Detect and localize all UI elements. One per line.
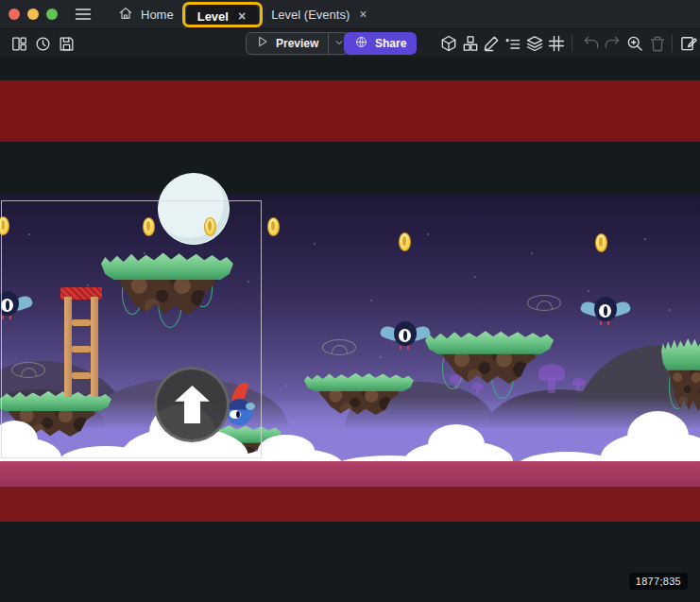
coin[interactable]: [399, 232, 411, 251]
bat-pupil: [604, 306, 607, 316]
player-fin: [246, 403, 255, 410]
mushroom[interactable]: [472, 383, 483, 389]
ladder[interactable]: [60, 287, 102, 397]
objects-cube-icon[interactable]: [437, 32, 460, 55]
fullscreen-window-button[interactable]: [46, 9, 58, 20]
bat-claw: [600, 321, 602, 325]
bat-enemy[interactable]: [0, 291, 32, 323]
scene-canvas[interactable]: 1877;835: [0, 57, 700, 602]
ladder-rung: [72, 372, 91, 379]
bat-claw: [400, 346, 401, 350]
traffic-lights: [9, 9, 58, 20]
share-button[interactable]: Share: [344, 32, 417, 55]
ladder-post: [64, 297, 72, 397]
undo-icon[interactable]: [580, 32, 603, 55]
share-label: Share: [375, 37, 406, 50]
layers-icon[interactable]: [523, 32, 546, 55]
bat-enemy[interactable]: [581, 297, 630, 329]
player-pupil: [236, 411, 240, 418]
trash-icon[interactable]: [646, 32, 669, 55]
zoom-in-icon[interactable]: [623, 32, 646, 55]
tab-level-label: Level: [197, 9, 229, 24]
history-icon[interactable]: [31, 32, 54, 55]
bat-pupil: [403, 331, 407, 340]
coin[interactable]: [143, 217, 155, 236]
play-icon: [256, 35, 269, 52]
eye-outline-object[interactable]: [527, 295, 561, 311]
home-icon: [118, 6, 133, 24]
instances-list-icon[interactable]: [502, 32, 524, 55]
coin[interactable]: [267, 217, 280, 236]
bat-enemy[interactable]: [381, 321, 430, 353]
preview-button[interactable]: Preview: [247, 33, 328, 54]
titlebar: Home Level × Level (Events) ×: [0, 0, 700, 28]
floating-island[interactable]: [101, 250, 233, 315]
coin[interactable]: [595, 233, 607, 252]
floating-island[interactable]: [425, 329, 554, 384]
floating-island[interactable]: [661, 335, 700, 411]
preview-button-group: Preview: [246, 32, 350, 55]
tab-level-events-label: Level (Events): [271, 8, 350, 22]
close-window-button[interactable]: [9, 9, 20, 20]
scene-notes-icon[interactable]: [677, 32, 700, 55]
toolbar: Preview Share: [0, 28, 700, 57]
up-arrow-control-button[interactable]: [154, 367, 230, 442]
redo-icon[interactable]: [601, 32, 623, 55]
tab-level[interactable]: Level ×: [185, 3, 260, 28]
grid-icon[interactable]: [545, 32, 568, 55]
island-grass: [425, 329, 554, 354]
up-arrow-icon: [175, 386, 210, 423]
toolbar-divider: [672, 35, 673, 52]
eye-outline-object[interactable]: [322, 339, 356, 355]
moon[interactable]: [158, 173, 230, 245]
mushroom[interactable]: [572, 378, 585, 386]
close-tab-icon[interactable]: ×: [236, 9, 248, 24]
floating-island[interactable]: [304, 371, 414, 415]
tab-level-events[interactable]: Level (Events) ×: [260, 2, 380, 26]
close-tab-icon[interactable]: ×: [357, 7, 368, 22]
pink-ground-band[interactable]: [0, 461, 700, 487]
tab-home-label: Home: [141, 8, 174, 22]
island-grass: [661, 335, 700, 370]
stars: [0, 194, 2, 196]
layout-panels-icon[interactable]: [8, 32, 30, 55]
bat-claw: [2, 316, 4, 319]
tab-bar: Home Level × Level (Events) ×: [107, 0, 380, 28]
ladder-rung: [72, 319, 91, 326]
save-icon[interactable]: [55, 32, 77, 55]
globe-icon: [354, 35, 368, 52]
bat-pupil: [6, 301, 9, 310]
coin[interactable]: [204, 217, 216, 236]
bat-claw: [607, 321, 609, 325]
red-wall-bottom[interactable]: [0, 487, 700, 522]
cursor-coordinates: 1877;835: [629, 573, 688, 590]
gdevelop-window: Home Level × Level (Events) ×: [0, 0, 700, 602]
eye-outline-object[interactable]: [11, 362, 45, 378]
object-groups-icon[interactable]: [459, 32, 482, 55]
preview-label: Preview: [276, 37, 318, 50]
minimize-window-button[interactable]: [27, 9, 39, 20]
tab-home[interactable]: Home: [107, 2, 185, 26]
hamburger-menu-icon[interactable]: [71, 4, 95, 25]
bat-claw: [9, 316, 11, 319]
ladder-rung: [72, 346, 91, 353]
red-wall-top[interactable]: [0, 80, 700, 142]
bat-claw: [407, 346, 409, 350]
pencil-icon[interactable]: [480, 32, 503, 55]
ladder-post: [91, 297, 98, 397]
toolbar-divider: [572, 35, 572, 52]
island-grass: [101, 250, 233, 280]
island-grass: [304, 371, 414, 391]
